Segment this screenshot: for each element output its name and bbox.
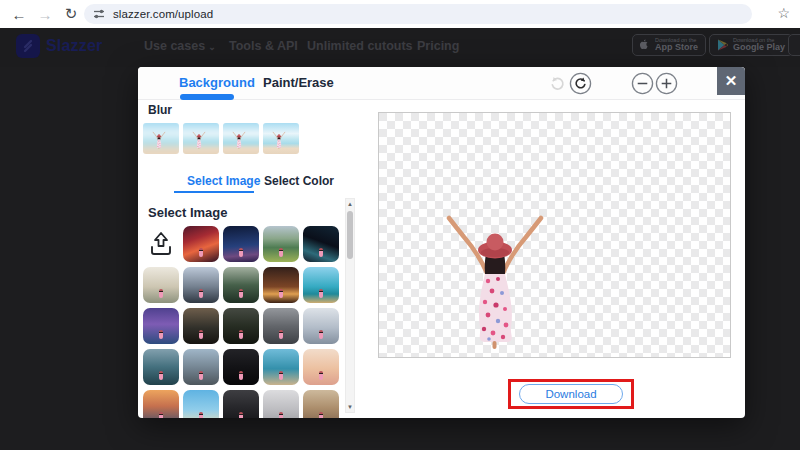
nav-link-unlimited-cutouts[interactable]: Unlimited cutouts [307,39,413,53]
upload-icon [149,231,173,257]
undo-icon[interactable] [545,71,569,95]
refresh-icon[interactable]: ↻ [60,3,82,25]
site-navbar: Slazzer Use cases⌄ Tools & API Unlimited… [0,28,800,67]
background-thumbnail[interactable] [263,226,299,262]
redo-icon[interactable] [568,71,592,95]
upload-image-button[interactable] [143,226,179,262]
google-play-icon [717,39,728,51]
nav-link-label: Unlimited cutouts [307,39,413,53]
background-thumbnail[interactable] [223,267,259,303]
cutout-figure [152,131,166,149]
background-thumbnail[interactable] [223,226,259,262]
cutout-figure [192,131,206,149]
site-info-icon[interactable] [92,7,106,21]
chevron-down-icon: ⌄ [208,42,216,52]
scrollbar-down-icon[interactable]: ▼ [346,402,354,412]
brand-logo[interactable]: Slazzer [16,34,103,58]
active-subtab-underline [174,191,254,193]
forward-icon[interactable]: → [34,3,56,25]
blur-option-strong[interactable] [143,123,179,154]
cutout-figure [272,131,286,149]
scrollbar-up-icon[interactable]: ▲ [346,199,354,209]
scrollbar-thumb[interactable] [347,211,353,259]
background-thumbnail[interactable] [183,226,219,262]
google-play-badge[interactable]: Download on the Google Play [709,34,793,56]
url-text: slazzer.com/upload [113,8,213,20]
active-tab-underline [180,94,234,100]
blur-option-light[interactable] [223,123,259,154]
background-thumbnail[interactable] [223,308,259,344]
browser-toolbar: ← → ↻ slazzer.com/upload ☆ [0,0,800,28]
cutout-figure [232,131,246,149]
modal-header: Background Paint/Erase ✕ [138,67,745,100]
nav-link-pricing[interactable]: Pricing [417,39,459,53]
nav-link-label: Tools & API [229,39,298,53]
background-thumbnail[interactable] [303,390,339,418]
background-thumbnail[interactable] [303,226,339,262]
subject-cutout-image [440,209,550,349]
zoom-in-icon[interactable] [654,71,678,95]
select-image-heading: Select Image [148,205,228,220]
nav-extra-button-clipped[interactable] [788,34,800,56]
address-bar[interactable]: slazzer.com/upload [84,4,752,24]
background-thumbnail[interactable] [183,349,219,385]
tab-paint-erase[interactable]: Paint/Erase [263,75,334,90]
blur-option-none[interactable] [263,123,299,154]
nav-link-label: Pricing [417,39,459,53]
subtab-select-color[interactable]: Select Color [264,174,334,188]
background-thumbnail[interactable] [143,390,179,418]
slazzer-logo-icon [16,34,40,58]
badge-bottom-text: App Store [655,43,698,52]
background-thumbnail[interactable] [223,390,259,418]
background-thumbnail[interactable] [303,308,339,344]
background-thumbnail[interactable] [143,267,179,303]
brand-name: Slazzer [46,37,103,55]
close-icon[interactable]: ✕ [717,67,745,95]
blur-option-medium[interactable] [183,123,219,154]
background-thumbnail[interactable] [183,267,219,303]
apple-icon [640,39,650,51]
background-thumbnail[interactable] [263,308,299,344]
blur-section-label: Blur [148,103,172,117]
background-thumbnail[interactable] [263,349,299,385]
nav-link-use-cases[interactable]: Use cases⌄ [144,39,216,53]
badge-bottom-text: Google Play [733,43,785,52]
background-thumbnail[interactable] [263,267,299,303]
app-store-badge[interactable]: Download on the App Store [632,34,706,56]
background-thumbnail[interactable] [183,390,219,418]
download-button[interactable]: Download [519,384,623,404]
back-icon[interactable]: ← [8,3,30,25]
background-thumbnail[interactable] [303,349,339,385]
background-thumbnail[interactable] [303,267,339,303]
nav-link-tools-api[interactable]: Tools & API [229,39,298,53]
editor-modal: Background Paint/Erase ✕ Blur Select Ima… [138,67,745,418]
background-thumbnail[interactable] [143,349,179,385]
image-list-scrollbar[interactable]: ▲ ▼ [345,198,355,413]
subtab-select-image[interactable]: Select Image [187,174,260,188]
background-thumbnail[interactable] [223,349,259,385]
background-thumbnail[interactable] [143,308,179,344]
background-thumbnail[interactable] [263,390,299,418]
nav-link-label: Use cases [144,39,205,53]
background-thumbnail[interactable] [183,308,219,344]
tab-background[interactable]: Background [179,75,255,90]
bookmark-star-icon[interactable]: ☆ [777,5,790,21]
zoom-out-icon[interactable] [630,71,654,95]
preview-canvas[interactable] [378,112,731,358]
